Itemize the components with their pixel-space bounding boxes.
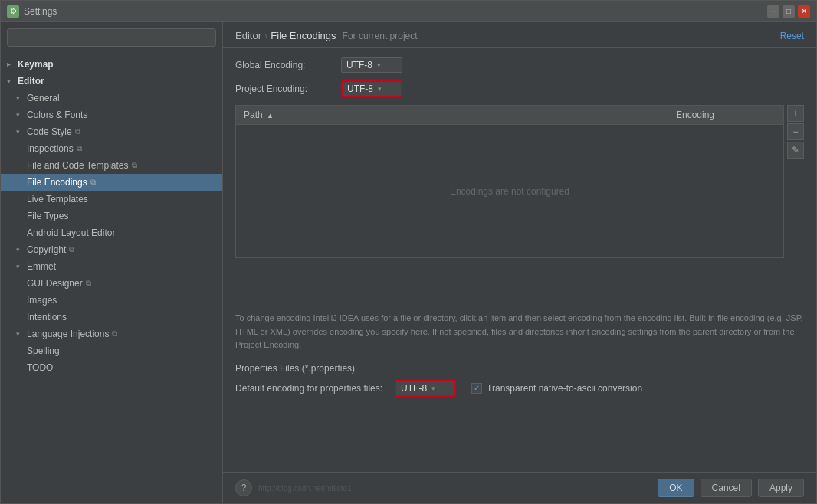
remove-encoding-button[interactable]: − — [787, 123, 804, 140]
properties-encoding-value: UTF-8 — [401, 383, 427, 394]
keymap-arrow — [7, 61, 15, 68]
ok-button[interactable]: OK — [658, 479, 694, 497]
apply-button[interactable]: Apply — [758, 479, 804, 497]
sidebar-item-label: Code Style — [27, 126, 72, 137]
settings-window: ⚙ Settings ─ □ ✕ Keymap Editor — [0, 0, 817, 504]
copy-icon4: ⧉ — [90, 178, 96, 187]
watermark: http://blog.csdn.net/missto1 — [258, 484, 651, 493]
search-input[interactable] — [7, 28, 216, 47]
breadcrumb-current: File Encodings — [271, 30, 336, 41]
maximize-button[interactable]: □ — [783, 5, 795, 18]
general-arrow — [16, 94, 24, 102]
sidebar-item-label: Images — [27, 295, 57, 306]
reset-button[interactable]: Reset — [780, 31, 804, 41]
li-arrow — [16, 330, 24, 338]
copy-icon7: ⧉ — [112, 329, 117, 339]
global-encoding-value: UTF-8 — [346, 60, 372, 70]
table-body: Encodings are not configured — [236, 125, 783, 257]
main-panel: Editor › File Encodings For current proj… — [223, 22, 816, 503]
footer: ? http://blog.csdn.net/missto1 OK Cancel… — [223, 472, 816, 503]
panel-body: Global Encoding: UTF-8 ▾ Project Encodin… — [223, 48, 816, 472]
close-button[interactable]: ✕ — [798, 5, 810, 18]
sidebar-item-label: Keymap — [18, 59, 54, 70]
breadcrumb-parent: Editor — [235, 30, 261, 41]
sidebar: Keymap Editor General Colors & Fonts Cod — [1, 22, 223, 503]
copy-icon: ⧉ — [75, 127, 80, 136]
sidebar-item-label: File and Code Templates — [27, 160, 129, 171]
sidebar-item-editor[interactable]: Editor — [1, 73, 222, 90]
sidebar-item-android-layout-editor[interactable]: Android Layout Editor — [1, 224, 222, 241]
sidebar-item-spelling[interactable]: Spelling — [1, 342, 222, 359]
project-encoding-row: Project Encoding: UTF-8 ▾ — [235, 80, 804, 97]
sidebar-item-label: General — [27, 93, 60, 103]
sidebar-item-code-style[interactable]: Code Style ⧉ — [1, 123, 222, 140]
native-to-ascii-checkbox[interactable] — [471, 383, 482, 394]
col-encoding: Encoding — [668, 106, 783, 124]
copy-icon3: ⧉ — [132, 161, 137, 170]
add-encoding-button[interactable]: + — [787, 105, 804, 122]
help-button[interactable]: ? — [235, 479, 252, 496]
sidebar-item-label: Android Layout Editor — [27, 227, 115, 238]
sidebar-item-label: Emmet — [27, 261, 56, 272]
sidebar-item-live-templates[interactable]: Live Templates — [1, 191, 222, 208]
sort-arrow: ▲ — [267, 112, 274, 119]
table-header: Path ▲ Encoding — [236, 106, 783, 125]
editor-arrow — [7, 77, 15, 85]
sidebar-item-label: Inspections — [27, 143, 74, 154]
breadcrumb: Editor › File Encodings For current proj… — [235, 30, 418, 41]
sidebar-item-language-injections[interactable]: Language Injections ⧉ — [1, 326, 222, 342]
properties-encoding-dropdown[interactable]: UTF-8 ▾ — [395, 380, 456, 397]
window-controls: ─ □ ✕ — [767, 5, 810, 18]
side-actions: + − ✎ — [787, 105, 804, 159]
sidebar-item-file-types[interactable]: File Types — [1, 208, 222, 224]
sidebar-item-intentions[interactable]: Intentions — [1, 309, 222, 326]
edit-encoding-button[interactable]: ✎ — [787, 142, 804, 159]
emmet-arrow — [16, 263, 24, 270]
sidebar-item-general[interactable]: General — [1, 90, 222, 106]
sidebar-item-label: Live Templates — [27, 194, 88, 205]
properties-section: Properties Files (*.properties) Default … — [235, 363, 804, 397]
titlebar: ⚙ Settings ─ □ ✕ — [1, 1, 816, 22]
project-encoding-dropdown-arrow: ▾ — [378, 85, 382, 93]
global-encoding-label: Global Encoding: — [235, 60, 335, 70]
sidebar-item-keymap[interactable]: Keymap — [1, 56, 222, 73]
sidebar-item-images[interactable]: Images — [1, 292, 222, 309]
sidebar-item-gui-designer[interactable]: GUI Designer ⧉ — [1, 275, 222, 292]
sidebar-item-label: File Encodings — [27, 177, 87, 188]
default-encoding-label: Default encoding for properties files: — [235, 383, 382, 394]
properties-dropdown-arrow: ▾ — [431, 385, 435, 392]
checkbox-row: Transparent native-to-ascii conversion — [471, 383, 642, 394]
cancel-button[interactable]: Cancel — [701, 479, 752, 497]
table-area: Path ▲ Encoding Encodings are not config… — [235, 105, 804, 304]
minimize-button[interactable]: ─ — [767, 5, 779, 18]
global-encoding-dropdown[interactable]: UTF-8 ▾ — [341, 57, 402, 73]
global-encoding-arrow: ▾ — [377, 61, 381, 69]
sidebar-item-label: Copyright — [27, 244, 66, 255]
sidebar-item-copyright[interactable]: Copyright ⧉ — [1, 241, 222, 258]
sidebar-item-todo[interactable]: TODO — [1, 359, 222, 376]
global-encoding-row: Global Encoding: UTF-8 ▾ — [235, 57, 804, 73]
search-box — [1, 22, 222, 53]
sidebar-item-file-encodings[interactable]: File Encodings ⧉ — [1, 174, 222, 191]
copy-icon2: ⧉ — [77, 144, 82, 153]
native-to-ascii-label: Transparent native-to-ascii conversion — [487, 383, 642, 394]
sidebar-item-emmet[interactable]: Emmet — [1, 258, 222, 275]
breadcrumb-suffix: For current project — [343, 31, 418, 41]
info-text: To change encoding IntelliJ IDEA uses fo… — [235, 312, 804, 352]
sidebar-item-file-code-templates[interactable]: File and Code Templates ⧉ — [1, 157, 222, 174]
breadcrumb-sep: › — [264, 30, 267, 41]
sidebar-item-label: Language Injections — [27, 329, 109, 339]
sidebar-item-inspections[interactable]: Inspections ⧉ — [1, 140, 222, 157]
project-encoding-value: UTF-8 — [347, 83, 373, 94]
sidebar-item-label: TODO — [27, 362, 53, 373]
properties-title: Properties Files (*.properties) — [235, 363, 804, 374]
panel-header: Editor › File Encodings For current proj… — [223, 22, 816, 48]
copy-icon5: ⧉ — [69, 245, 74, 254]
window-title: Settings — [24, 6, 767, 17]
encodings-table: Path ▲ Encoding Encodings are not config… — [235, 105, 784, 258]
app-icon: ⚙ — [7, 5, 19, 18]
project-encoding-label: Project Encoding: — [235, 83, 335, 94]
sidebar-item-colors-fonts[interactable]: Colors & Fonts — [1, 106, 222, 123]
sidebar-tree: Keymap Editor General Colors & Fonts Cod — [1, 53, 222, 503]
project-encoding-dropdown[interactable]: UTF-8 ▾ — [341, 80, 402, 97]
